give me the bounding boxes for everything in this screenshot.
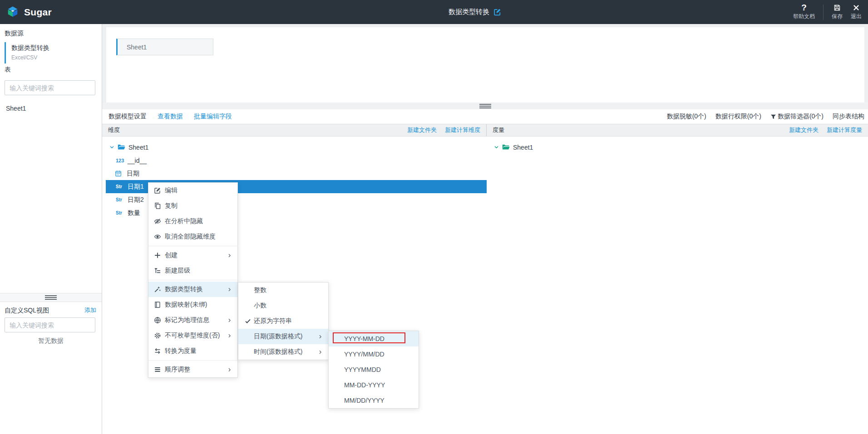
new-calc-dimension-button[interactable]: 新建计算维度: [445, 126, 480, 134]
datasource-item[interactable]: 数据类型转换 Excel/CSV: [5, 42, 98, 63]
new-folder-measure-button[interactable]: 新建文件夹: [789, 126, 819, 134]
view-data-button[interactable]: 查看数据: [158, 112, 183, 121]
menu-hide-in-analysis[interactable]: 在分析中隐藏: [148, 214, 237, 229]
dimensions-panel-header: 维度 新建文件夹 新建计算维度: [102, 124, 487, 136]
measures-tree: Sheet1: [487, 141, 868, 219]
submenu-restore-string[interactable]: 还原为字符串: [238, 313, 328, 329]
format-mm-slash[interactable]: MM/DD/YYYY: [329, 393, 419, 408]
table-section-label: 表: [5, 66, 11, 74]
menu-convert-to-measure[interactable]: 转换为度量: [148, 343, 237, 359]
row-permission-label: 数据行权限(0个): [715, 112, 761, 121]
table-list-item[interactable]: Sheet1: [6, 103, 26, 114]
submenu-integer-label: 整数: [254, 286, 266, 294]
menu-data-mapping[interactable]: 数据映射(未绑): [148, 297, 237, 312]
data-masking-label: 数据脱敏(0个): [667, 112, 706, 121]
submenu-decimal-label: 小数: [254, 302, 266, 310]
horizontal-splitter-handle[interactable]: [102, 102, 868, 109]
format-mm-dd-yyyy[interactable]: MM-DD-YYYY: [329, 377, 419, 393]
field-type-badge: Str: [116, 210, 128, 215]
menu-data-type-convert[interactable]: 数据类型转换: [148, 282, 237, 297]
menu-create[interactable]: 创建: [148, 248, 237, 263]
help-icon: ?: [800, 4, 808, 11]
header-actions: ?帮助文档保存退出: [793, 0, 862, 24]
close-icon: [853, 4, 860, 11]
batch-edit-fields-label: 批量编辑字段: [194, 112, 232, 121]
exit-label: 退出: [851, 13, 862, 20]
datasource-name: 数据类型转换: [11, 43, 98, 52]
menu-new-hierarchy[interactable]: 新建层级: [148, 263, 237, 278]
data-model-settings-button[interactable]: 数据模型设置: [108, 112, 147, 121]
field-type-badge: Str: [116, 197, 128, 202]
submenu-time-source-format[interactable]: 时间(源数据格式): [238, 344, 328, 360]
help-docs-button[interactable]: ?帮助文档: [793, 4, 815, 20]
field-label: 日期: [127, 170, 139, 178]
sql-view-search-input[interactable]: [5, 317, 95, 332]
field-id[interactable]: 123__id__: [106, 154, 487, 167]
page-title: 数据类型转换: [449, 0, 501, 24]
measures-folder-row[interactable]: Sheet1: [487, 141, 868, 154]
grip-icon: [45, 295, 57, 300]
submenu-integer[interactable]: 整数: [238, 283, 328, 298]
chevron-right-icon: [227, 367, 232, 372]
left-sidebar: 数据源 数据类型转换 Excel/CSV 表 Sheet1 自定义SQL视图 添…: [0, 24, 102, 434]
menu-mark-geo-info[interactable]: 标记为地理信息: [148, 312, 237, 328]
submenu-date-source-format-label: 日期(源数据格式): [254, 332, 302, 341]
format-yyyymmdd-label: YYYYMMDD: [344, 366, 381, 373]
submenu-date-source-format[interactable]: 日期(源数据格式): [238, 329, 328, 344]
measures-folder-label: Sheet1: [513, 144, 533, 151]
sql-view-add-button[interactable]: 添加: [84, 305, 96, 315]
view-data-label: 查看数据: [158, 112, 183, 121]
swap-icon: [154, 347, 161, 355]
table-search-input[interactable]: [5, 80, 95, 95]
sugar-cube-logo-icon: [6, 5, 20, 19]
exit-button[interactable]: 退出: [851, 4, 862, 20]
format-yyyy-slash[interactable]: YYYY/MM/DD: [329, 346, 419, 362]
new-calc-measure-button[interactable]: 新建计算度量: [827, 126, 862, 134]
save-button[interactable]: 保存: [832, 4, 843, 20]
menu-non-enumerable-label: 不可枚举型维度(否): [165, 332, 220, 340]
check-icon: [245, 318, 251, 324]
menu-copy[interactable]: 复制: [148, 198, 237, 214]
save-icon: [833, 4, 841, 11]
data-model-settings-label: 数据模型设置: [108, 112, 147, 121]
sheet-tab[interactable]: Sheet1: [116, 39, 213, 55]
field-label: 日期2: [128, 196, 144, 204]
new-folder-dimension-button[interactable]: 新建文件夹: [407, 126, 437, 134]
edit-icon: [154, 187, 161, 194]
toolbar-left-group: 数据模型设置查看数据批量编辑字段: [108, 112, 232, 121]
edit-title-icon[interactable]: [493, 8, 501, 16]
sidebar-splitter-handle[interactable]: [0, 293, 102, 302]
sync-table-structure-button[interactable]: 同步表结构: [833, 112, 864, 121]
data-masking-button[interactable]: 数据脱敏(0个): [667, 112, 706, 121]
field-type-badge: 123: [116, 158, 128, 163]
datasource-type: Excel/CSV: [11, 54, 98, 62]
batch-edit-fields-button[interactable]: 批量编辑字段: [194, 112, 232, 121]
menu-unhide-all-dimensions[interactable]: 取消全部隐藏维度: [148, 229, 237, 244]
measures-panel-header: 度量 新建文件夹 新建计算度量: [487, 124, 868, 136]
menu-divider: [148, 246, 237, 246]
help-docs-label: 帮助文档: [793, 13, 815, 20]
dimensions-folder-label: Sheet1: [128, 144, 148, 151]
app-logo[interactable]: Sugar: [6, 0, 52, 24]
format-yyyy-mm-dd[interactable]: YYYY-MM-DD: [329, 331, 419, 346]
data-filters-button[interactable]: 数据筛选器(0个): [770, 112, 824, 121]
menu-hide-in-analysis-label: 在分析中隐藏: [165, 217, 203, 225]
dimensions-folder-row[interactable]: Sheet1: [102, 141, 487, 154]
menu-order-adjust[interactable]: 顺序调整: [148, 362, 237, 377]
menu-edit[interactable]: 编辑: [148, 183, 237, 198]
chevron-right-icon: [227, 253, 232, 258]
submenu-time-source-format-label: 时间(源数据格式): [254, 348, 302, 356]
menu-divider: [148, 360, 237, 361]
row-permission-button[interactable]: 数据行权限(0个): [715, 112, 761, 121]
book-icon: [154, 301, 161, 308]
gear-icon: [154, 332, 161, 339]
eye-icon: [154, 233, 161, 240]
field-date[interactable]: 日期: [106, 167, 487, 180]
format-mm-dd-yyyy-label: MM-DD-YYYY: [344, 381, 385, 389]
submenu-decimal[interactable]: 小数: [238, 298, 328, 313]
chevron-down-icon: [109, 145, 114, 150]
plus-icon: [154, 252, 161, 259]
chevron-down-icon: [494, 145, 499, 150]
menu-non-enumerable[interactable]: 不可枚举型维度(否): [148, 328, 237, 343]
format-yyyymmdd[interactable]: YYYYMMDD: [329, 362, 419, 377]
